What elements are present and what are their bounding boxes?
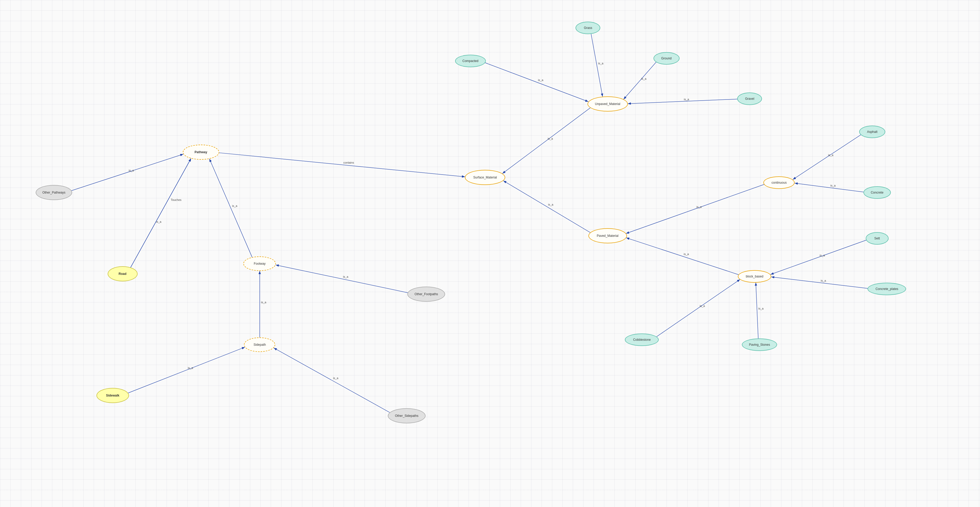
edge-label-cobblestone-block_based: is_a bbox=[700, 304, 705, 308]
edge-label-continuous-paved_material: is_a bbox=[697, 205, 702, 209]
edge-label-other_sidepaths-sidepath: is_a bbox=[333, 376, 339, 379]
edge-other_sidepaths-sidepath bbox=[274, 348, 390, 413]
edges-svg: is_ais_ais_ais_ais_ais_ais_aTouchesconta… bbox=[0, 0, 980, 507]
edge-other_pathways-pathway bbox=[72, 154, 183, 191]
edge-label-road-pathway: Touches bbox=[171, 198, 181, 201]
node-asphalt: Asphalt bbox=[859, 126, 885, 138]
edge-paved_material-surface_material bbox=[503, 181, 590, 233]
edge-sidewalk-sidepath bbox=[128, 347, 245, 393]
edge-footway-pathway bbox=[209, 159, 252, 257]
node-label-unpaved_material: Unpaved_Material bbox=[595, 102, 620, 106]
node-footway: Footway bbox=[243, 257, 276, 271]
edge-label-grass-unpaved_material: is_a bbox=[598, 62, 603, 65]
node-sidepath: Sidepath bbox=[244, 337, 275, 352]
node-compacted: Compacted bbox=[455, 55, 486, 67]
node-label-footway: Footway bbox=[254, 262, 266, 265]
node-pathway: Pathway bbox=[183, 145, 219, 160]
edge-block_based-paved_material bbox=[626, 238, 739, 275]
node-label-compacted: Compacted bbox=[462, 59, 478, 63]
edge-label-sidepath-footway: is_a bbox=[261, 301, 266, 304]
node-label-asphalt: Asphalt bbox=[867, 130, 877, 134]
edge-grass-unpaved_material bbox=[591, 34, 603, 97]
node-ground: Ground bbox=[654, 52, 679, 65]
edge-cobblestone-block_based bbox=[657, 279, 740, 336]
node-continuous: continuous bbox=[764, 176, 795, 189]
node-cobblestone: Cobblestone bbox=[625, 333, 659, 346]
node-label-concrete_plates: Concrete_plates bbox=[876, 287, 898, 291]
node-label-other_footpaths: Other_Footpaths bbox=[415, 292, 438, 296]
node-label-sidewalk: Sidewalk bbox=[106, 394, 119, 397]
node-grass: Grass bbox=[576, 22, 600, 34]
edge-gravel-unpaved_material bbox=[628, 99, 737, 104]
node-label-continuous: continuous bbox=[772, 181, 787, 185]
node-unpaved_material: Unpaved_Material bbox=[587, 96, 628, 112]
node-label-paving_stones: Paving_Stones bbox=[749, 343, 770, 346]
node-surface_material: Surface_Material bbox=[465, 170, 505, 185]
edge-asphalt-continuous bbox=[793, 135, 861, 180]
node-label-other_pathways: Other_Pathways bbox=[43, 191, 65, 195]
node-gravel: Gravel bbox=[737, 92, 762, 105]
edge-label-pathway-surface_material: contains bbox=[344, 161, 354, 164]
edge-label-paved_material-surface_material: is_a bbox=[548, 203, 554, 206]
node-block_based: block_based bbox=[738, 270, 771, 283]
node-label-pathway: Pathway bbox=[194, 150, 207, 154]
node-label-road: Road bbox=[119, 272, 127, 276]
node-other_sidepaths: Other_Sidepaths bbox=[388, 408, 426, 423]
edge-paving_stones-block_based bbox=[756, 283, 758, 339]
edge-label-other_footpaths-footway: is_a bbox=[343, 275, 348, 278]
edge-label-concrete_plates-block_based: is_a bbox=[821, 279, 826, 282]
node-label-sidepath: Sidepath bbox=[254, 343, 266, 346]
node-label-grass: Grass bbox=[584, 26, 592, 30]
edge-label-unpaved_material-surface_material: is_a bbox=[547, 137, 553, 140]
edge-ground-unpaved_material bbox=[624, 62, 656, 99]
node-label-gravel: Gravel bbox=[745, 97, 754, 100]
node-paving_stones: Paving_Stones bbox=[742, 338, 777, 351]
edge-label-gravel-unpaved_material: is_a bbox=[684, 98, 689, 101]
edge-label-other_pathways-pathway: is_a bbox=[129, 169, 134, 172]
edge-label-block_based-paved_material: is_a bbox=[684, 252, 689, 255]
edge-compacted-unpaved_material bbox=[485, 63, 589, 102]
node-label-ground: Ground bbox=[661, 57, 672, 60]
edge-pathway-surface_material bbox=[219, 153, 465, 177]
edge-label-ground-unpaved_material: is_a bbox=[641, 77, 646, 80]
node-other_footpaths: Other_Footpaths bbox=[407, 287, 445, 302]
edge-label-paving_stones-block_based: is_a bbox=[759, 307, 764, 310]
node-label-other_sidepaths: Other_Sidepaths bbox=[395, 414, 418, 418]
edge-concrete_plates-block_based bbox=[771, 277, 868, 289]
edge-label-footway-pathway: is_a bbox=[232, 204, 237, 207]
node-concrete: Concrete bbox=[863, 186, 891, 199]
node-label-sett: Sett bbox=[874, 237, 880, 240]
edge-concrete-continuous bbox=[795, 183, 863, 192]
edge-label-concrete-continuous: is_a bbox=[830, 184, 836, 187]
edge-continuous-paved_material bbox=[626, 185, 764, 234]
node-label-cobblestone: Cobblestone bbox=[633, 338, 651, 341]
edge-unpaved_material-surface_material bbox=[503, 108, 590, 174]
diagram-container: is_ais_ais_ais_ais_ais_ais_aTouchesconta… bbox=[0, 0, 980, 507]
edge-other_footpaths-footway bbox=[276, 265, 408, 293]
node-label-block_based: block_based bbox=[746, 274, 764, 278]
node-concrete_plates: Concrete_plates bbox=[867, 283, 906, 295]
edge-sett-block_based bbox=[770, 240, 866, 274]
node-paved_material: Paved_Material bbox=[589, 228, 627, 243]
edge-label-asphalt-continuous: is_a bbox=[828, 153, 834, 156]
edge-label-sett-block_based: is_a bbox=[819, 254, 825, 257]
edge-road-pathway bbox=[131, 158, 191, 267]
edge-road-pathway bbox=[131, 158, 191, 267]
node-sidewalk: Sidewalk bbox=[96, 388, 129, 403]
node-label-surface_material: Surface_Material bbox=[473, 175, 497, 179]
node-sett: Sett bbox=[866, 232, 889, 245]
node-label-concrete: Concrete bbox=[871, 191, 883, 195]
edge-label-compacted-unpaved_material: is_a bbox=[538, 78, 543, 81]
edge-label-sidewalk-sidepath: is_a bbox=[188, 366, 193, 370]
node-road: Road bbox=[108, 266, 137, 281]
node-other_pathways: Other_Pathways bbox=[36, 185, 72, 200]
node-label-paved_material: Paved_Material bbox=[597, 234, 618, 238]
edge-label-road-pathway: is_a bbox=[156, 220, 161, 223]
